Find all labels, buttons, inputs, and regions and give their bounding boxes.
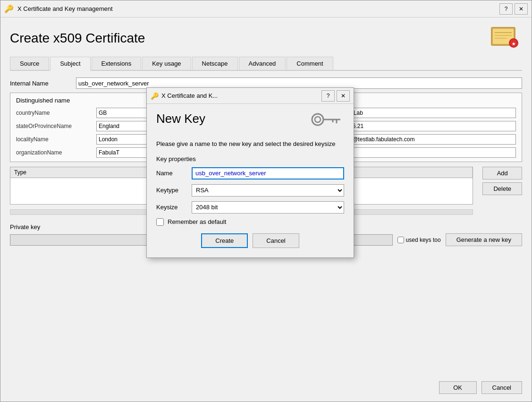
add-button[interactable]: Add [482,167,522,180]
modal-description: Please give a name to the new key and se… [156,139,344,149]
dn-label-locality: localityName [16,134,92,145]
modal-name-row: Name [156,167,344,180]
modal-keysize-select[interactable]: 1024 bit 2048 bit 4096 bit [192,201,344,214]
modal-keytype-row: Keytype RSA DSA EC [156,184,344,197]
page-title: Create x509 Certificate [10,31,145,46]
modal-keysize-label: Keysize [156,204,192,211]
modal-title-controls: ? ✕ [321,90,350,102]
tab-advanced[interactable]: Advanced [239,57,286,70]
title-bar-text: X Certificate and Key management [17,5,499,12]
tabs: Source Subject Extensions Key usage Nets… [10,57,522,71]
delete-button[interactable]: Delete [482,182,522,195]
modal-buttons: Create Cancel [156,233,344,248]
remember-default-checkbox[interactable] [156,218,164,226]
tab-source[interactable]: Source [10,57,49,70]
modal-title-text: X Certificate and K... [161,92,321,99]
help-button[interactable]: ? [499,3,513,15]
modal-header-row: New Key [156,111,344,132]
tab-netscape[interactable]: Netscape [192,57,238,70]
modal-content: New Key Please give a name to the new ke… [147,104,354,257]
dn-input-right1[interactable] [339,121,516,131]
close-button[interactable]: ✕ [515,3,528,15]
app-icon: 🔑 [4,4,14,14]
modal-title-icon: 🔑 [151,92,159,100]
modal-name-label: Name [156,170,192,177]
dn-label-state: stateOrProvinceName [16,121,92,131]
modal-section-title: Key properties [156,155,344,163]
used-keys-checkbox-label: used keys too [397,237,441,243]
modal-key-icon [311,111,344,132]
modal-remember-row: Remember as default [156,218,344,226]
svg-text:★: ★ [512,42,516,46]
modal-help-button[interactable]: ? [321,90,335,102]
dn-input-right0[interactable] [339,108,516,118]
logo: ★ [489,25,522,51]
dn-input-right3[interactable] [339,147,516,158]
page-title-row: Create x509 Certificate ★ [10,25,522,51]
tab-subject[interactable]: Subject [50,57,90,71]
modal-heading: New Key [156,111,306,126]
new-key-modal: 🔑 X Certificate and K... ? ✕ New Key [146,87,354,258]
modal-keytype-select[interactable]: RSA DSA EC [192,184,344,197]
dn-label-org: organizationName [16,147,92,158]
ok-button[interactable]: OK [439,381,477,394]
dn-input-right2[interactable] [339,134,516,145]
cancel-button[interactable]: Cancel [481,381,522,394]
title-bar-controls: ? ✕ [499,3,528,15]
add-delete-buttons: Add Delete [482,167,522,215]
used-keys-checkbox[interactable] [397,237,404,243]
tab-extensions[interactable]: Extensions [92,57,142,70]
generate-key-button[interactable]: Generate a new key [446,233,522,246]
title-bar: 🔑 X Certificate and Key management ? ✕ [0,0,532,17]
modal-title-bar: 🔑 X Certificate and K... ? ✕ [147,88,354,104]
tab-comment[interactable]: Comment [287,57,333,70]
internal-name-label: Internal Name [10,80,76,87]
modal-keytype-label: Keytype [156,187,192,194]
modal-create-button[interactable]: Create [201,233,248,248]
logo-svg: ★ [489,25,522,51]
svg-point-8 [312,114,323,125]
modal-keysize-row: Keysize 1024 bit 2048 bit 4096 bit [156,201,344,214]
svg-point-9 [315,117,321,122]
tab-keyusage[interactable]: Key usage [142,57,191,70]
bottom-buttons: OK Cancel [10,376,522,394]
modal-name-input[interactable] [192,167,344,180]
remember-default-label: Remember as default [168,218,226,225]
modal-close-button[interactable]: ✕ [337,90,350,102]
dn-label-country: countryName [16,108,92,118]
modal-cancel-button[interactable]: Cancel [253,233,299,248]
key-svg [311,111,344,128]
used-keys-label: used keys too [406,237,441,243]
